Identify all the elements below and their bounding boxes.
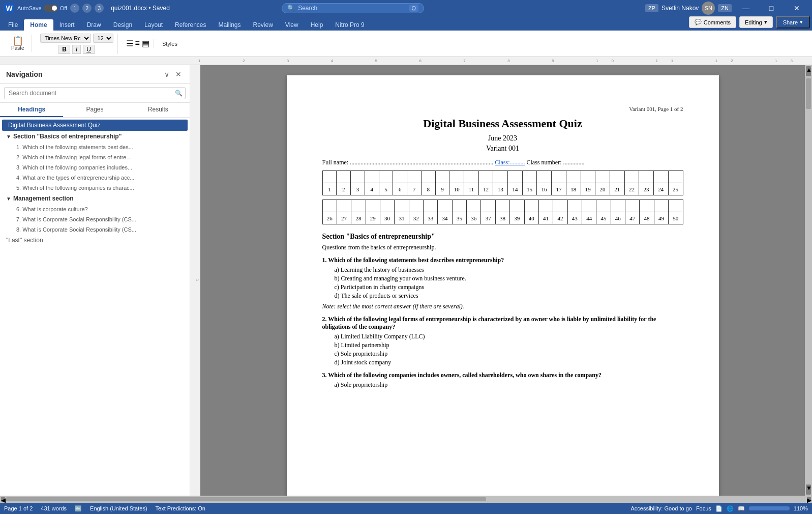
answer-cell[interactable]: [668, 171, 683, 183]
bold-button[interactable]: B: [58, 45, 70, 54]
tab-layout[interactable]: Layout: [138, 19, 169, 31]
answer-cell[interactable]: [640, 200, 654, 212]
text-predictions[interactable]: Text Predictions: On: [156, 505, 205, 511]
answer-cell[interactable]: [595, 171, 610, 183]
language[interactable]: English (United States): [90, 505, 147, 511]
scroll-right-button[interactable]: ▶: [807, 497, 811, 502]
answer-cell[interactable]: [351, 200, 366, 212]
tab-nitro[interactable]: Nitro Pro 9: [329, 19, 370, 31]
nav-search-input[interactable]: [4, 87, 186, 99]
nav-item-q1[interactable]: 1. Which of the following statements bes…: [0, 142, 190, 152]
doc-scroll[interactable]: Variant 001, Page 1 of 2 Digital Busines…: [200, 65, 805, 496]
tab-view[interactable]: View: [279, 19, 305, 31]
answer-cell[interactable]: [510, 200, 524, 212]
nav-item-q3[interactable]: 3. Which of the following companies incl…: [0, 162, 190, 173]
answer-cell[interactable]: [581, 171, 595, 183]
word-count[interactable]: 431 words: [41, 505, 67, 511]
answer-cell[interactable]: [639, 171, 654, 183]
answer-cell[interactable]: [337, 200, 351, 212]
answer-cell[interactable]: [337, 171, 351, 183]
answer-cell[interactable]: [449, 171, 464, 183]
nav-close-button[interactable]: ✕: [173, 69, 184, 79]
answer-cell[interactable]: [653, 171, 668, 183]
answer-cell[interactable]: [464, 171, 479, 183]
accessibility[interactable]: Accessibility: Good to go: [630, 505, 691, 511]
h-scroll-track[interactable]: [6, 497, 806, 501]
answer-cell[interactable]: [424, 200, 438, 212]
nav-last-section[interactable]: "Last" section: [0, 235, 190, 246]
align-right-icon[interactable]: ▤: [142, 39, 149, 48]
focus-button[interactable]: Focus: [696, 505, 711, 511]
tab-help[interactable]: Help: [305, 19, 329, 31]
answer-cell[interactable]: [596, 200, 611, 212]
search-box[interactable]: 🔍 Search Q: [282, 3, 424, 13]
nav-section-2[interactable]: ▼ Management section: [0, 193, 190, 204]
page-info[interactable]: Page 1 of 2: [4, 505, 33, 511]
answer-cell[interactable]: [478, 171, 493, 183]
tab-home[interactable]: Home: [24, 19, 53, 31]
scroll-left-button[interactable]: ◀: [1, 497, 5, 502]
autosave-toggle[interactable]: [44, 5, 58, 12]
answer-cell[interactable]: [524, 200, 538, 212]
answer-cell[interactable]: [407, 171, 422, 183]
tab-draw[interactable]: Draw: [81, 19, 107, 31]
close-button[interactable]: ✕: [786, 0, 808, 16]
answer-cell[interactable]: [393, 171, 407, 183]
answer-cell[interactable]: [611, 200, 625, 212]
answer-cell[interactable]: [365, 171, 379, 183]
zoom-level[interactable]: 110%: [794, 505, 808, 511]
nav-item-q5[interactable]: 5. Which of the following companies is c…: [0, 183, 190, 193]
editing-button[interactable]: Editing ▾: [739, 16, 773, 28]
answer-cell[interactable]: [669, 200, 683, 212]
comments-button[interactable]: 💬 Comments: [689, 16, 736, 28]
answer-cell[interactable]: [537, 171, 552, 183]
answer-cell[interactable]: [435, 171, 449, 183]
tab-review[interactable]: Review: [247, 19, 279, 31]
nav-item-q4[interactable]: 4. What are the types of entrepreneurshi…: [0, 173, 190, 183]
answer-cell[interactable]: [610, 171, 624, 183]
answer-cell[interactable]: [522, 171, 537, 183]
horizontal-scroll[interactable]: ◀ ▶: [0, 496, 812, 503]
nav-section-1[interactable]: ▼ Section "Basics of entrepreneurship": [0, 131, 190, 142]
answer-cell[interactable]: [438, 200, 452, 212]
answer-cell[interactable]: [467, 200, 481, 212]
nav-item-q7[interactable]: 7. What is Corporate Social Responsibili…: [0, 214, 190, 224]
nav-collapse-button[interactable]: ∨: [162, 69, 171, 79]
align-left-icon[interactable]: ☰: [126, 39, 133, 48]
answer-cell[interactable]: [366, 200, 380, 212]
nav-tab-results[interactable]: Results: [127, 103, 190, 117]
scroll-thumb[interactable]: [806, 78, 811, 109]
tab-insert[interactable]: Insert: [53, 19, 81, 31]
answer-cell[interactable]: [409, 200, 423, 212]
scroll-down-button[interactable]: ▼: [806, 484, 811, 495]
doc-title[interactable]: Digital Business Assessment Quiz: [322, 117, 683, 130]
answer-cell[interactable]: [379, 171, 393, 183]
nav-tab-headings[interactable]: Headings: [0, 103, 63, 117]
answer-cell[interactable]: [395, 200, 409, 212]
tab-mailings[interactable]: Mailings: [212, 19, 247, 31]
nav-item-q8[interactable]: 8. What is Corporate Social Responsibili…: [0, 224, 190, 235]
answer-cell[interactable]: [322, 200, 337, 212]
align-center-icon[interactable]: ≡: [135, 39, 140, 48]
share-button[interactable]: Share ▾: [776, 16, 810, 28]
answer-cell[interactable]: [538, 200, 553, 212]
font-family-select[interactable]: Times New Roman: [40, 34, 91, 43]
font-size-select[interactable]: 12: [93, 34, 113, 43]
nav-item-q6[interactable]: 6. What is corporate culture?: [0, 204, 190, 214]
tab-references[interactable]: References: [169, 19, 212, 31]
nav-item-main-heading[interactable]: Digital Business Assessment Quiz: [2, 120, 188, 131]
scroll-up-button[interactable]: ▲: [806, 66, 811, 76]
answer-cell[interactable]: [322, 171, 337, 183]
tab-design[interactable]: Design: [107, 19, 138, 31]
nav-tab-pages[interactable]: Pages: [63, 103, 126, 117]
answer-cell[interactable]: [495, 200, 509, 212]
underline-button[interactable]: U: [83, 45, 95, 54]
answer-cell[interactable]: [566, 171, 581, 183]
tab-file[interactable]: File: [2, 19, 24, 31]
answer-cell[interactable]: [452, 200, 466, 212]
answer-cell[interactable]: [421, 171, 435, 183]
nav-item-q2[interactable]: 2. Which of the following legal forms of…: [0, 152, 190, 162]
answer-cell[interactable]: [481, 200, 495, 212]
vertical-scrollbar[interactable]: ▲ ▼: [805, 65, 812, 496]
answer-cell[interactable]: [567, 200, 582, 212]
